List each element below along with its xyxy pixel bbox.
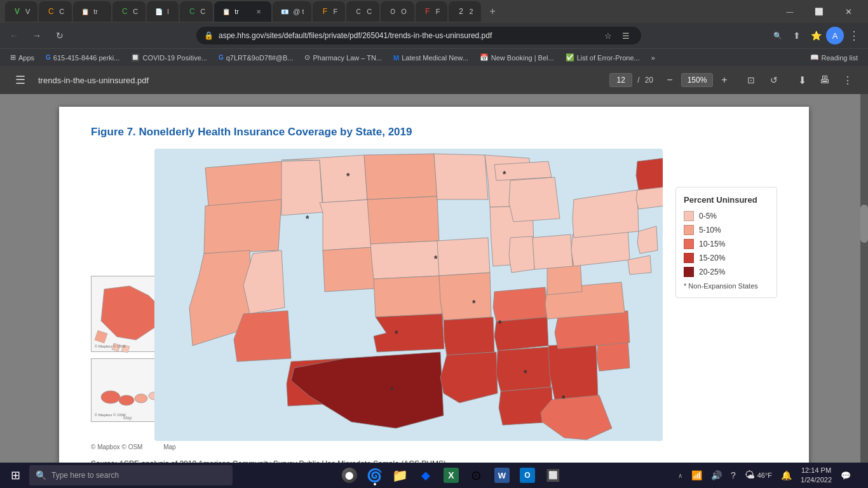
tab-c2-label: C xyxy=(133,8,138,15)
svg-marker-14 xyxy=(204,200,281,254)
notifications-icon[interactable]: 🔔 xyxy=(778,468,795,482)
title-bar: V V C C 📋 tr C C 📄 l C C xyxy=(0,0,868,23)
taskbar-edge[interactable]: 🌀 xyxy=(363,464,386,487)
svg-marker-48 xyxy=(509,177,560,222)
bookmark-pharmacy[interactable]: ⊙ Pharmacy Law – TN... xyxy=(299,51,387,64)
pdf-zoom-out-button[interactable]: − xyxy=(661,71,679,89)
taskbar-store[interactable]: 🔲 xyxy=(541,464,564,487)
tab-c3-label: C xyxy=(200,8,205,15)
svg-text:*: * xyxy=(503,169,506,179)
store-icon: 🔲 xyxy=(546,468,560,482)
date-time-display[interactable]: 12:14 PM 1/24/2022 xyxy=(797,464,835,487)
tab-pdf-close[interactable]: ✕ xyxy=(254,6,264,17)
bookmark-phone[interactable]: G 615-415-8446 perki... xyxy=(41,52,125,64)
tab-c2[interactable]: C C xyxy=(112,1,146,22)
tab-c3[interactable]: C C xyxy=(180,1,213,22)
svg-point-7 xyxy=(135,394,147,403)
bookmark-booking[interactable]: 📅 New Booking | Bel... xyxy=(475,51,559,64)
minimize-button[interactable]: — xyxy=(775,0,804,23)
bookmark-covid-label: COVID-19 Positive... xyxy=(142,54,207,62)
forward-button[interactable]: → xyxy=(28,27,46,44)
refresh-button[interactable]: ↻ xyxy=(51,27,69,44)
browser-profile[interactable]: A xyxy=(826,27,844,44)
medical-icon: M xyxy=(393,54,399,62)
pdf-download-button[interactable]: ⬇ xyxy=(792,70,812,90)
taskbar-chrome[interactable]: ⊙ xyxy=(465,464,488,487)
help-question-icon[interactable]: ? xyxy=(728,468,739,482)
taskbar-cortana[interactable]: ⬤ xyxy=(338,464,361,487)
tab-doc2[interactable]: 📄 l xyxy=(147,1,179,22)
tab-ff[interactable]: F F xyxy=(313,1,345,22)
legend-item-5-10: 5-10% xyxy=(684,225,769,235)
new-tab-button[interactable]: + xyxy=(482,1,501,22)
tab-c[interactable]: C C xyxy=(39,1,72,22)
tab-f3[interactable]: F F xyxy=(416,1,448,22)
edge-browser-icon: 🌀 xyxy=(367,468,383,483)
cortana-icon: ⬤ xyxy=(342,468,357,483)
show-desktop-button[interactable] xyxy=(860,464,865,487)
show-hidden-icons[interactable]: ∧ xyxy=(675,470,686,481)
tab-ch[interactable]: C C xyxy=(346,1,379,22)
network-icon[interactable]: 📶 xyxy=(688,468,705,482)
taskbar-file-explorer[interactable]: 📁 xyxy=(389,464,412,487)
legend-label-5-10: 5-10% xyxy=(699,226,721,234)
tab-2-label: 2 xyxy=(469,8,473,15)
tab-f3-label: F xyxy=(436,8,440,15)
svg-text:© Mapbox © OSM: © Mapbox © OSM xyxy=(95,413,126,417)
pdf-fit-page-button[interactable]: ⊡ xyxy=(741,70,761,90)
svg-marker-25 xyxy=(370,241,440,279)
zoom-icon[interactable]: 🔍 xyxy=(769,27,787,44)
address-icons: ☆ ☰ xyxy=(600,28,634,43)
tab-2[interactable]: 2 2 xyxy=(449,1,480,22)
weather-widget[interactable]: 🌤 46°F xyxy=(742,468,775,483)
pdf-zoom-in-button[interactable]: + xyxy=(715,71,733,89)
scrollbar-thumb[interactable] xyxy=(860,205,868,243)
tab-docs[interactable]: 📋 tr xyxy=(73,1,111,22)
address-bar[interactable]: 🔒 aspe.hhs.gov/sites/default/files/priva… xyxy=(196,27,641,44)
taskbar-outlook[interactable]: O xyxy=(516,464,539,487)
taskbar-word[interactable]: W xyxy=(491,464,513,487)
scrollbar[interactable] xyxy=(860,94,868,463)
bookmark-covid[interactable]: 🔲 COVID-19 Positive... xyxy=(126,51,212,64)
pdf-menu-button[interactable]: ☰ xyxy=(10,70,31,90)
bookmark-medical[interactable]: M Latest Medical New... xyxy=(388,52,473,64)
bookmark-q7[interactable]: G q7LRT&9oD7fl#@B... xyxy=(214,52,299,64)
reader-mode-icon[interactable]: ☰ xyxy=(618,28,634,43)
pdf-zoom-input[interactable] xyxy=(681,73,713,87)
maximize-button[interactable]: ⬜ xyxy=(804,0,834,23)
browser-more[interactable]: ⋮ xyxy=(845,27,863,44)
share-icon[interactable]: ⬆ xyxy=(788,27,806,44)
reading-list-button[interactable]: 📖 Reading list xyxy=(805,51,863,64)
pdf-rotate-button[interactable]: ↺ xyxy=(764,70,784,90)
map-container: © Mapbox © OSM © Mapbox © OSM xyxy=(91,149,777,451)
tab-O[interactable]: O O xyxy=(381,1,414,22)
svg-text:*: * xyxy=(346,171,350,181)
taskbar-excel[interactable]: X xyxy=(440,464,463,487)
tab-ch-favicon: C xyxy=(354,7,363,16)
tab-c-label: C xyxy=(59,8,64,15)
bookmark-error[interactable]: ✅ List of Error-Prone... xyxy=(560,51,645,64)
pdf-print-button[interactable]: 🖶 xyxy=(815,70,835,90)
taskbar-search-bar[interactable]: 🔍 Type here to search xyxy=(29,465,233,485)
tab-v[interactable]: V V xyxy=(5,1,37,22)
favorites-icon[interactable]: ⭐ xyxy=(807,27,825,44)
start-button[interactable]: ⊞ xyxy=(3,464,28,487)
back-button[interactable]: ← xyxy=(5,27,23,44)
pdf-page-input[interactable] xyxy=(609,73,632,87)
bookmark-star-icon[interactable]: ☆ xyxy=(600,28,616,43)
pdf-toolbar: ☰ trends-in-the-us-uninsured.pdf / 20 − … xyxy=(0,66,868,94)
taskbar-dropbox[interactable]: ◆ xyxy=(414,464,437,487)
system-tray: ∧ 📶 🔊 ? 🌤 46°F 🔔 12:14 PM 1/24/2022 💬 xyxy=(670,464,859,487)
outlook-icon: O xyxy=(520,468,535,483)
bookmark-more[interactable]: » xyxy=(646,52,660,64)
bookmark-apps[interactable]: ⊞ Apps xyxy=(5,51,39,64)
pdf-content-area[interactable]: Figure 7. Nonelderly Health Insurance Co… xyxy=(0,94,868,488)
notifications-action-center[interactable]: 💬 xyxy=(837,469,854,482)
close-button[interactable]: ✕ xyxy=(834,0,863,23)
tab-pdf-active[interactable]: 📋 tr ✕ xyxy=(214,1,271,22)
address-text: aspe.hhs.gov/sites/default/files/private… xyxy=(219,31,595,40)
pdf-more-button[interactable]: ⋮ xyxy=(837,70,858,90)
tab-email[interactable]: 📧 @ t xyxy=(273,1,311,22)
tab-docs-favicon: 📋 xyxy=(81,7,90,16)
volume-icon[interactable]: 🔊 xyxy=(708,468,725,482)
